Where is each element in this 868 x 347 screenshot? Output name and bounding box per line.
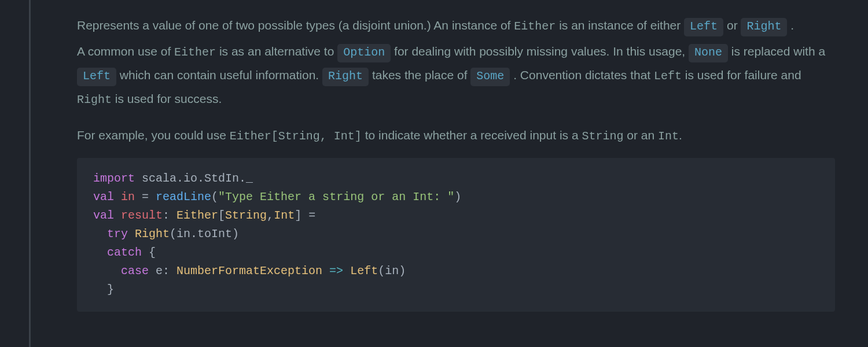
rparen: ) [232, 227, 239, 241]
eq: = [301, 209, 315, 222]
colon: : [163, 209, 176, 222]
bracket-close: ] [295, 209, 301, 222]
comma: , [267, 209, 274, 222]
code-either: Either [174, 46, 216, 59]
text: is as an alternative to [216, 45, 337, 58]
link-right[interactable]: Right [741, 18, 787, 36]
rparen: ) [399, 264, 406, 278]
string-literal: "Type Either a string or an Int: " [218, 190, 454, 204]
text: is used for success. [112, 92, 222, 105]
paragraph-2: A common use of Either is as an alternat… [77, 40, 835, 111]
space [128, 227, 135, 241]
name-in: in [385, 264, 399, 278]
text: for dealing with possibly missing values… [391, 45, 689, 58]
link-left[interactable]: Left [684, 18, 723, 36]
code-left: Left [654, 69, 682, 83]
keyword-val: val [93, 209, 114, 222]
text: is replaced with a [728, 45, 825, 58]
lparen: ( [211, 190, 218, 204]
link-right[interactable]: Right [322, 68, 369, 86]
text: . [679, 128, 682, 142]
text: which can contain useful information. [116, 68, 322, 82]
link-none[interactable]: None [689, 44, 728, 62]
keyword-case: case [121, 264, 149, 278]
name-e: e [149, 264, 163, 278]
fn-readline: readLine [156, 190, 211, 204]
code-right: Right [77, 93, 112, 106]
type-nfe: NumberFormatException [176, 264, 322, 278]
brace-close: } [107, 283, 114, 296]
text: . Convention dictates that [510, 68, 654, 82]
rparen: ) [454, 190, 461, 204]
keyword-val: val [93, 190, 114, 204]
keyword-try: try [107, 227, 128, 241]
keyword-catch: catch [107, 246, 142, 259]
code-block: import scala.io.StdIn._ val in = readLin… [77, 158, 835, 312]
link-left[interactable]: Left [77, 68, 116, 86]
text: . [787, 19, 794, 32]
doc-inner: Represents a value of one of two possibl… [60, 14, 835, 312]
text: is used for failure and [682, 68, 801, 82]
eq: = [135, 190, 156, 204]
lparen: ( [170, 227, 176, 241]
import-path: scala.io.StdIn._ [135, 172, 253, 185]
link-some[interactable]: Some [470, 68, 510, 86]
type-left: Left [350, 264, 378, 278]
name-in: in [121, 190, 135, 204]
text: or [723, 19, 741, 32]
text: Represents a value of one of two possibl… [77, 19, 514, 32]
text: is an instance of either [556, 19, 684, 32]
doc-container: Represents a value of one of two possibl… [29, 0, 868, 347]
brace-open: { [142, 246, 156, 259]
code-int: Int [658, 130, 679, 143]
keyword-import: import [93, 172, 135, 185]
arrow: => [322, 264, 350, 278]
type-int: Int [274, 209, 295, 222]
lparen: ( [378, 264, 385, 278]
bracket-open: [ [218, 209, 225, 222]
code-sig: Either[String, Int] [230, 130, 362, 143]
colon: : [163, 264, 176, 278]
text: to indicate whether a received input is … [362, 128, 582, 142]
name-result: result [121, 209, 163, 222]
code-either: Either [514, 20, 556, 33]
code-string: String [582, 130, 623, 143]
expr-in-toint: in.toInt [176, 227, 232, 241]
paragraph-1: Represents a value of one of two possibl… [77, 14, 835, 38]
text: A common use of [77, 45, 174, 58]
text: takes the place of [369, 68, 470, 82]
type-right: Right [135, 227, 170, 241]
text: For example, you could use [77, 128, 230, 142]
paragraph-3: For example, you could use Either[String… [77, 124, 835, 147]
text: or an [623, 128, 658, 142]
type-string: String [225, 209, 267, 222]
type-either: Either [176, 209, 218, 222]
link-option[interactable]: Option [337, 44, 391, 62]
